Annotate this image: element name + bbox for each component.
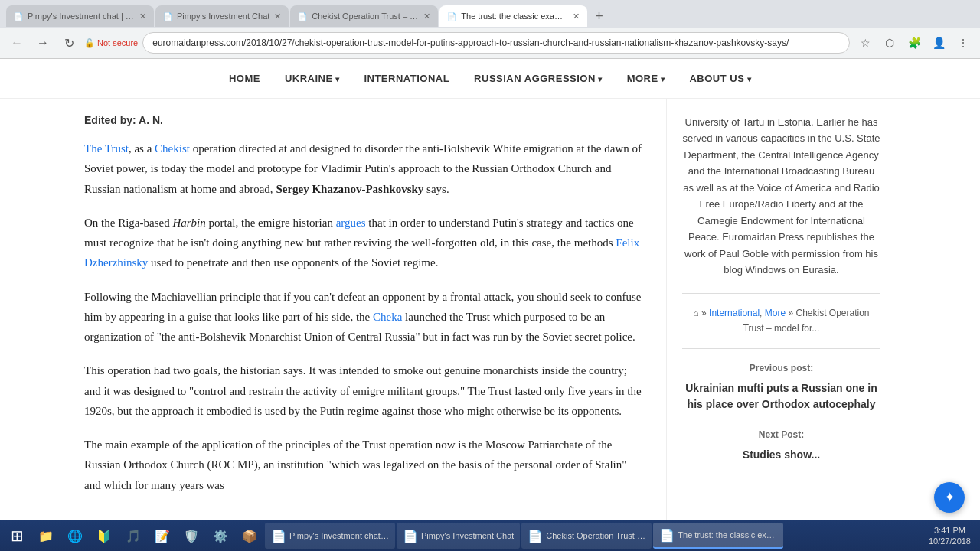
taskbar-media[interactable]: 🎵 <box>119 523 147 524</box>
taskbar-start-button[interactable]: ⊞ <box>3 522 31 524</box>
nav-home[interactable]: HOME <box>217 68 273 89</box>
link-cheka[interactable]: Cheka <box>373 311 402 323</box>
breadcrumb-separator-2: , <box>760 308 765 318</box>
taskbar-security[interactable]: 🛡️ <box>178 523 205 524</box>
home-icon: ⌂ <box>693 308 698 318</box>
profile-icon[interactable]: 👤 <box>928 32 949 54</box>
nav-international[interactable]: INTERNATIONAL <box>351 68 462 89</box>
next-post-title[interactable]: Studies show... <box>682 447 880 463</box>
taskbar-notes[interactable]: 📝 <box>149 523 176 524</box>
breadcrumb-separator-1: » <box>701 308 709 318</box>
bookmark-icon[interactable]: ☆ <box>854 32 876 54</box>
nav-about-us[interactable]: ABOUT US <box>677 68 763 89</box>
next-post-label: Next Post: <box>682 428 880 442</box>
breadcrumb-international[interactable]: International <box>709 308 760 318</box>
tab-1[interactable]: 📄 Pimpy's Investment chat | Fa... ✕ <box>6 5 154 27</box>
menu-icon[interactable]: ⋮ <box>952 32 974 54</box>
tab-favicon-2: 📄 <box>163 12 172 21</box>
taskbar-icon3[interactable]: 🔰 <box>90 523 118 524</box>
taskbar-browser[interactable]: 🌐 <box>61 523 89 524</box>
taskbar-window-3[interactable]: 📄 Chekist Operation Trust – mod... <box>521 523 652 524</box>
cast-icon[interactable]: ⬡ <box>879 32 900 54</box>
article-body: The Trust, as a Chekist operation direct… <box>84 139 643 495</box>
tab-bar: 📄 Pimpy's Investment chat | Fa... ✕ 📄 Pi… <box>0 0 980 28</box>
breadcrumb-separator-3: » <box>788 308 795 318</box>
tab-close-4[interactable]: ✕ <box>573 11 580 21</box>
taskbar-window-2[interactable]: 📄 Pimpy's Investment Chat <box>397 523 520 524</box>
extensions-icon[interactable]: 🧩 <box>903 32 925 54</box>
browser-icons: ☆ ⬡ 🧩 👤 ⋮ <box>854 32 974 54</box>
link-argues[interactable]: argues <box>336 217 366 229</box>
tab-close-1[interactable]: ✕ <box>139 11 146 21</box>
forward-button[interactable]: → <box>32 32 54 54</box>
sidebar-divider-2 <box>682 348 880 349</box>
sidebar: University of Tartu in Estonia. Earlier … <box>666 99 880 524</box>
new-tab-button[interactable]: + <box>589 8 609 24</box>
content-area: Edited by: A. N. The Trust, as a Chekist… <box>84 99 666 524</box>
tab-close-2[interactable]: ✕ <box>274 11 281 21</box>
article-paragraph-4: This operation had two goals, the histor… <box>84 360 643 421</box>
reload-button[interactable]: ↻ <box>58 32 80 54</box>
tab-favicon-4: 📄 <box>447 12 456 21</box>
harbin-ref: Harbin <box>172 217 205 229</box>
tab-2[interactable]: 📄 Pimpy's Investment Chat ✕ <box>155 5 289 27</box>
tab-favicon-1: 📄 <box>14 12 23 21</box>
previous-post-title[interactable]: Ukrainian mufti puts a Russian one in hi… <box>682 380 880 412</box>
lock-icon: 🔓 <box>84 38 95 48</box>
security-indicator: 🔓 Not secure <box>84 38 138 48</box>
taskbar-window-4[interactable]: 📄 The trust: the classic example... <box>653 523 783 524</box>
taskbar-settings[interactable]: ⚙️ <box>207 523 234 524</box>
next-post-section: Next Post: Studies show... <box>682 428 880 463</box>
link-chekist-1[interactable]: Chekist <box>155 142 190 155</box>
browser-chrome: 📄 Pimpy's Investment chat | Fa... ✕ 📄 Pi… <box>0 0 980 59</box>
previous-post-section: Previous post: Ukrainian mufti puts a Ru… <box>682 361 880 412</box>
article-paragraph-3: Following the Machiavellian principle th… <box>84 287 643 347</box>
article-paragraph-5: The main example of the application of t… <box>84 435 643 495</box>
link-felix[interactable]: Felix Dzherzhinsky <box>84 236 639 269</box>
site-navigation: HOME UKRAINE INTERNATIONAL RUSSIAN AGGRE… <box>0 59 980 99</box>
nav-ukraine[interactable]: UKRAINE <box>273 68 352 89</box>
tab-label-3: Chekist Operation Trust – mod... <box>312 11 419 21</box>
security-label: Not secure <box>97 38 138 47</box>
tab-favicon-3: 📄 <box>298 12 307 21</box>
taskbar-window-1[interactable]: 📄 Pimpy's Investment chat | Fa... <box>265 523 395 524</box>
breadcrumb: ⌂ » International, More » Chekist Operat… <box>682 306 880 335</box>
browser-controls: ← → ↻ 🔓 Not secure ☆ ⬡ 🧩 👤 ⋮ <box>0 28 980 58</box>
article-paragraph-1: The Trust, as a Chekist operation direct… <box>84 139 643 199</box>
taskbar: ⊞ 📁 🌐 🔰 🎵 📝 🛡️ ⚙️ 📦 📄 Pimpy's Investment… <box>0 520 980 524</box>
floating-action-button[interactable]: ✦ <box>934 482 965 513</box>
floating-icon: ✦ <box>944 489 956 506</box>
breadcrumb-more[interactable]: More <box>765 308 786 318</box>
previous-post-label: Previous post: <box>682 361 880 376</box>
author-name: Sergey Khazanov-Pashkovsky <box>276 183 423 195</box>
back-button[interactable]: ← <box>6 32 28 54</box>
nav-russian-aggression[interactable]: RUSSIAN AGGRESSION <box>462 68 615 89</box>
tab-label-2: Pimpy's Investment Chat <box>177 11 270 21</box>
sidebar-divider <box>682 293 880 294</box>
article-paragraph-2: On the Riga-based Harbin portal, the emi… <box>84 213 643 273</box>
nav-more[interactable]: MORE <box>615 68 678 89</box>
main-layout: Edited by: A. N. The Trust, as a Chekist… <box>69 99 911 524</box>
taskbar-file-manager[interactable]: 📁 <box>32 523 60 524</box>
tab-3[interactable]: 📄 Chekist Operation Trust – mod... ✕ <box>290 5 438 27</box>
address-bar[interactable] <box>142 32 850 54</box>
edited-by: Edited by: A. N. <box>84 114 643 126</box>
tab-label-1: Pimpy's Investment chat | Fa... <box>28 11 135 21</box>
sidebar-bio-text: University of Tartu in Estonia. Earlier … <box>682 114 880 278</box>
tab-close-3[interactable]: ✕ <box>423 11 430 21</box>
link-the-trust[interactable]: The Trust <box>84 142 129 155</box>
taskbar-packages[interactable]: 📦 <box>236 523 263 524</box>
tab-4[interactable]: 📄 The trust: the classic example of... ✕ <box>439 5 587 27</box>
tab-label-4: The trust: the classic example of... <box>461 11 568 21</box>
